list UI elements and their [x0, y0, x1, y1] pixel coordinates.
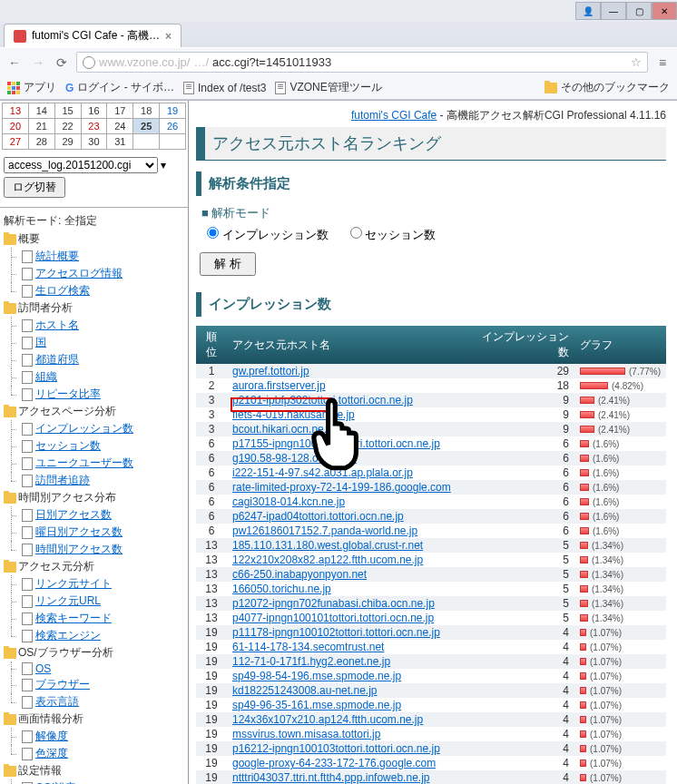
host-link[interactable]: 61-114-178-134.secomtrust.net: [232, 641, 384, 653]
calendar-day[interactable]: 22: [54, 119, 81, 134]
host-link[interactable]: mssvirus.town.misasa.tottori.jp: [232, 728, 380, 740]
tree-link[interactable]: 曜日別アクセス数: [35, 524, 123, 540]
minimize-button[interactable]: —: [601, 2, 626, 20]
tree-link[interactable]: 国: [35, 335, 46, 350]
log-switch-button[interactable]: ログ切替: [4, 177, 65, 198]
host-link[interactable]: p11178-ipngn100102tottori.tottori.ocn.ne…: [232, 626, 440, 639]
tree-group[interactable]: 訪問者分析: [4, 299, 184, 317]
tree-link[interactable]: OS: [35, 662, 51, 675]
host-link[interactable]: aurora.firstserver.jp: [232, 379, 326, 392]
calendar-day[interactable]: 24: [107, 119, 133, 134]
menu-button[interactable]: ≡: [653, 54, 672, 72]
tree-link[interactable]: 検索エンジン: [35, 628, 101, 643]
host-link[interactable]: flets-4-019.hakusan.ne.jp: [232, 408, 355, 421]
calendar-day[interactable]: 30: [81, 134, 107, 150]
calendar-day[interactable]: 16: [81, 103, 107, 119]
host-link[interactable]: kd182251243008.au-net.ne.jp: [232, 684, 377, 697]
forward-button[interactable]: →: [29, 54, 47, 72]
tree-group[interactable]: アクセス元分析: [4, 558, 184, 575]
apps-button[interactable]: アプリ: [7, 80, 56, 95]
back-button[interactable]: ←: [5, 54, 24, 72]
host-link[interactable]: sp49-98-54-196.mse.spmode.ne.jp: [232, 670, 401, 682]
reload-button[interactable]: ⟳: [53, 54, 71, 72]
address-bar[interactable]: www.vzone.co.jp/ …/ acc.cgi?t=1451011933…: [76, 52, 648, 73]
bookmark-item[interactable]: G ログイン - サイボ…: [65, 80, 174, 95]
tree-link[interactable]: ユニークユーザー数: [35, 456, 133, 471]
host-link[interactable]: p4077-ipngn100101tottori.tottori.ocn.ne.…: [232, 612, 434, 624]
tree-group[interactable]: アクセスページ分析: [4, 403, 184, 420]
tree-link[interactable]: 訪問者追跡: [35, 473, 90, 488]
tree-link[interactable]: セッション数: [35, 438, 101, 454]
tree-link[interactable]: インプレッション数: [35, 421, 133, 436]
tree-link[interactable]: 解像度: [35, 729, 68, 744]
browser-tab[interactable]: futomi's CGI Cafe - 高機… ×: [4, 24, 182, 47]
calendar-day[interactable]: 26: [160, 119, 186, 134]
host-link[interactable]: p12072-ipngn702funabasi.chiba.ocn.ne.jp: [232, 597, 435, 610]
tree-link[interactable]: 表示言語: [35, 694, 79, 710]
calendar-day[interactable]: 19: [160, 103, 186, 119]
host-link[interactable]: 112-71-0-171f1.hyg2.eonet.ne.jp: [232, 655, 390, 668]
tree-link[interactable]: アクセスログ情報: [35, 266, 123, 281]
host-link[interactable]: 166050.torichu.ne.jp: [232, 583, 331, 595]
analyze-button[interactable]: 解 析: [200, 252, 256, 276]
log-select[interactable]: access_log.20151200.cgi: [4, 157, 158, 173]
bookmark-item[interactable]: Index of /test3: [183, 82, 266, 94]
other-bookmarks[interactable]: その他のブックマーク: [545, 80, 670, 95]
tree-link[interactable]: 組織: [35, 369, 57, 385]
tree-group[interactable]: 時間別アクセス分布: [4, 489, 184, 506]
calendar-day[interactable]: 17: [107, 103, 133, 119]
calendar-day[interactable]: 31: [107, 134, 133, 150]
tree-link[interactable]: 色深度: [35, 746, 68, 761]
tree-link[interactable]: 時間別アクセス数: [35, 542, 123, 557]
tree-link[interactable]: 検索キーワード: [35, 611, 112, 626]
tree-link[interactable]: CGI設定: [35, 780, 76, 784]
host-link[interactable]: gw.pref.tottori.jp: [232, 365, 309, 377]
host-link[interactable]: 122x210x208x82.ap122.ftth.ucom.ne.jp: [232, 554, 423, 566]
calendar-day[interactable]: 23: [81, 119, 107, 134]
tree-link[interactable]: 生ログ検索: [35, 283, 90, 299]
maximize-button[interactable]: ▢: [626, 2, 652, 20]
calendar-day[interactable]: 27: [3, 134, 29, 150]
host-link[interactable]: 124x36x107x210.ap124.ftth.ucom.ne.jp: [232, 713, 423, 726]
calendar-day[interactable]: 18: [133, 103, 160, 119]
host-link[interactable]: i222-151-4-97.s42.a031.ap.plala.or.jp: [232, 466, 413, 479]
breadcrumb-link[interactable]: futomi's CGI Cafe: [351, 109, 437, 122]
calendar-day[interactable]: 28: [28, 134, 54, 150]
host-link[interactable]: c66-250.inabapyonpyon.net: [232, 568, 367, 581]
tree-group[interactable]: OS/ブラウザー分析: [4, 644, 184, 662]
bookmark-star-icon[interactable]: ☆: [631, 55, 642, 69]
host-link[interactable]: cagi3018-014.kcn.ne.jp: [232, 495, 345, 508]
bookmark-item[interactable]: VZONE管理ツール: [275, 80, 381, 95]
tree-link[interactable]: 日別アクセス数: [35, 507, 112, 523]
calendar-day[interactable]: 20: [3, 119, 29, 134]
host-link[interactable]: 185.110.131.180.west.global.crust-r.net: [232, 539, 423, 552]
tree-link[interactable]: 統計概要: [35, 249, 79, 264]
calendar-day[interactable]: 15: [54, 103, 81, 119]
calendar-day[interactable]: [160, 134, 186, 150]
calendar-day[interactable]: 13: [3, 103, 29, 119]
host-link[interactable]: p16212-ipngn100103tottori.tottori.ocn.ne…: [232, 742, 440, 755]
tree-link[interactable]: リンク元URL: [35, 593, 101, 609]
host-link[interactable]: p17155-ipngn100102tottori.tottori.ocn.ne…: [232, 437, 440, 450]
tree-link[interactable]: ホスト名: [35, 318, 79, 333]
host-link[interactable]: g190.58-98-128.ocn.ne.jp: [232, 452, 357, 465]
tree-link[interactable]: リピータ比率: [35, 387, 101, 402]
calendar-day[interactable]: [133, 134, 160, 150]
calendar-day[interactable]: 14: [28, 103, 54, 119]
tree-group[interactable]: 概要: [4, 230, 184, 248]
radio-session[interactable]: セッション数: [350, 227, 437, 243]
host-link[interactable]: bcout.hikari.ocn.ne.jp: [232, 423, 335, 436]
host-link[interactable]: p2101-ipbfp302tottori.tottori.ocn.ne.jp: [232, 394, 413, 407]
host-link[interactable]: p6247-ipad04tottori.tottori.ocn.ne.jp: [232, 510, 404, 523]
host-link[interactable]: ntttri043037.ttri.nt.ftth4.ppp.infoweb.n…: [232, 771, 429, 784]
user-icon[interactable]: 👤: [575, 2, 601, 20]
tree-group[interactable]: 設定情報: [4, 762, 184, 779]
tree-link[interactable]: ブラウザー: [35, 677, 90, 692]
host-link[interactable]: google-proxy-64-233-172-176.google.com: [232, 757, 436, 769]
calendar-day[interactable]: 25: [133, 119, 160, 134]
tree-group[interactable]: 画面情報分析: [4, 710, 184, 728]
radio-impression[interactable]: インプレッション数: [207, 227, 329, 243]
host-link[interactable]: pw126186017152.7.panda-world.ne.jp: [232, 524, 417, 537]
host-link[interactable]: sp49-96-35-161.mse.spmode.ne.jp: [232, 699, 401, 711]
calendar-day[interactable]: 21: [28, 119, 54, 134]
